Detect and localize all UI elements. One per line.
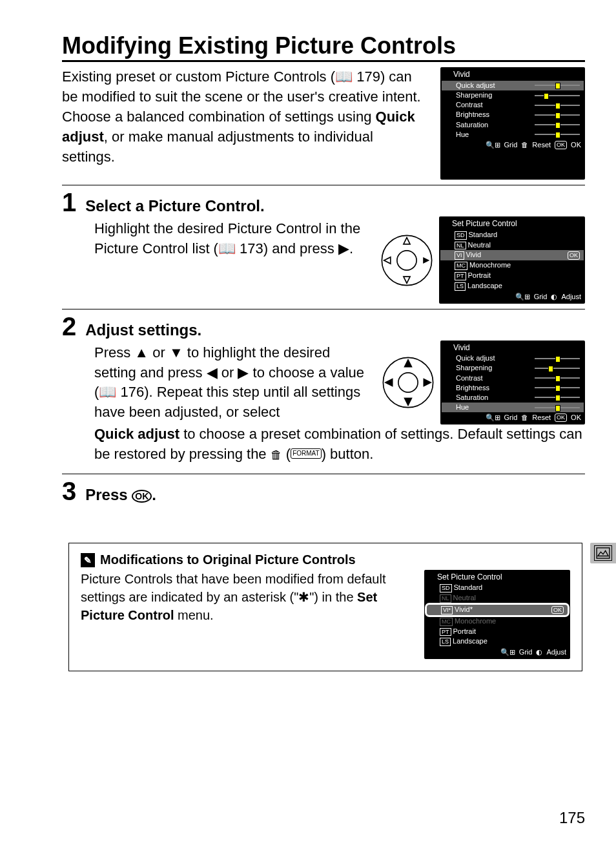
intro-ref: 179 bbox=[356, 68, 380, 85]
lcd-row-quick-adjust: Quick adjust bbox=[442, 81, 584, 90]
lcd-footer: 🔍⊞Grid ◐Adjust bbox=[440, 291, 584, 302]
lcd-foot-ok-icon: OK bbox=[555, 141, 567, 149]
step-number: 2 bbox=[62, 313, 76, 339]
lcd-row-contrast: Contrast bbox=[442, 100, 584, 110]
lcd-title: Vivid bbox=[442, 68, 584, 80]
lcd-row-quick-adjust: Quick adjust bbox=[442, 353, 584, 363]
svg-marker-3 bbox=[404, 277, 410, 283]
svg-point-1 bbox=[397, 250, 416, 269]
lcd-item-landscape: LSLandscape bbox=[440, 281, 584, 291]
lcd-item-vivid: VIVividOK bbox=[440, 250, 584, 260]
step-body-continued: Quick adjust to choose a preset combinat… bbox=[94, 424, 585, 465]
lcd-foot-zoom-icon: 🔍⊞ bbox=[515, 293, 530, 301]
asterisk-icon: ✱ bbox=[298, 590, 309, 604]
lcd-item-vivid-modified: VI*Vivid*OK bbox=[426, 603, 569, 616]
step-1: 1 Select a Picture Control. Highlight th… bbox=[62, 185, 585, 303]
lcd-item-portrait: PTPortrait bbox=[426, 627, 569, 637]
lcd-item-landscape: LSLandscape bbox=[426, 636, 569, 647]
svg-point-7 bbox=[398, 373, 418, 392]
intro-text: Existing preset or custom Picture Contro… bbox=[62, 68, 335, 85]
intro-text: , or make manual adjustments to individu… bbox=[62, 129, 373, 165]
lcd-item-neutral: NLNeutral bbox=[426, 593, 569, 603]
lcd-item-portrait: PTPortrait bbox=[440, 271, 584, 281]
step-body: Highlight the desired Picture Control in… bbox=[94, 219, 369, 259]
svg-marker-10 bbox=[384, 378, 393, 386]
step-number: 1 bbox=[62, 189, 76, 215]
step-number: 3 bbox=[62, 478, 76, 504]
note-pencil-icon: ✎ bbox=[81, 553, 95, 567]
lcd-foot-zoom-icon: 🔍⊞ bbox=[486, 141, 500, 149]
svg-marker-8 bbox=[404, 359, 412, 367]
lcd-item-neutral: NLNeutral bbox=[440, 240, 584, 251]
lcd-item-monochrome: MCMonochrome bbox=[440, 260, 584, 271]
lcd-foot-trash-icon: 🗑 bbox=[521, 414, 528, 422]
page-number: 175 bbox=[559, 809, 585, 827]
book-icon: 📖 bbox=[99, 384, 120, 400]
lcd-foot-ok: OK bbox=[571, 141, 581, 149]
format-icon: FORMAT bbox=[291, 448, 321, 459]
svg-marker-5 bbox=[423, 257, 429, 264]
book-icon: 📖 bbox=[335, 68, 356, 85]
lcd-footer: 🔍⊞Grid 🗑Reset OKOK bbox=[442, 140, 584, 151]
lcd-row-contrast: Contrast bbox=[442, 373, 584, 383]
lcd-foot-reset: Reset bbox=[532, 141, 551, 149]
svg-marker-11 bbox=[424, 378, 432, 386]
step-title: Press OK. bbox=[85, 486, 156, 504]
side-thumb-tab bbox=[590, 543, 616, 563]
intro-paragraph: Existing preset or custom Picture Contro… bbox=[62, 67, 429, 167]
note-body: Picture Controls that have been modified… bbox=[81, 570, 415, 624]
lcd-title: Set Picture Control bbox=[440, 218, 584, 229]
lcd-vivid-top: Vivid Quick adjust Sharpening Contrast B… bbox=[440, 67, 585, 180]
svg-marker-9 bbox=[404, 398, 412, 406]
lcd-row-sharpening: Sharpening bbox=[442, 363, 584, 373]
svg-marker-4 bbox=[384, 257, 391, 264]
lcd-title: Vivid bbox=[442, 342, 584, 353]
lcd-row-saturation: Saturation bbox=[442, 393, 584, 403]
lcd-foot-trash-icon: 🗑 bbox=[521, 141, 528, 149]
lcd-foot-dial-icon: ◐ bbox=[536, 648, 542, 656]
lcd-foot-zoom-icon: 🔍⊞ bbox=[486, 414, 500, 422]
step-title: Adjust settings. bbox=[85, 321, 201, 339]
lcd-item-standard: SDStandard bbox=[426, 583, 569, 593]
lcd-row-brightness: Brightness bbox=[442, 383, 584, 393]
book-icon: 📖 bbox=[218, 240, 240, 257]
lcd-row-hue: Hue bbox=[442, 130, 584, 140]
ok-circle-icon: OK bbox=[132, 490, 152, 503]
trash-icon: 🗑 bbox=[271, 448, 282, 461]
lcd-vivid-adjust: Vivid Quick adjust Sharpening Contrast B… bbox=[440, 341, 585, 425]
lcd-row-hue: Hue bbox=[442, 403, 584, 412]
lcd-footer: 🔍⊞Grid 🗑Reset OKOK bbox=[442, 412, 584, 423]
lcd-foot-dial-icon: ◐ bbox=[551, 293, 557, 301]
lcd-set-picture-control-modified: Set Picture Control SDStandard NLNeutral… bbox=[424, 570, 570, 659]
lcd-foot-grid: Grid bbox=[504, 141, 518, 149]
page-title: Modifying Existing Picture Controls bbox=[62, 32, 585, 62]
dpad-all-icon bbox=[381, 355, 435, 410]
picture-control-icon bbox=[594, 545, 612, 561]
note-title: Modifications to Original Picture Contro… bbox=[100, 552, 356, 567]
lcd-item-monochrome: MCMonochrome bbox=[426, 616, 569, 627]
svg-rect-12 bbox=[597, 548, 610, 558]
lcd-row-sharpening: Sharpening bbox=[442, 90, 584, 100]
lcd-foot-ok-icon: OK bbox=[555, 414, 567, 422]
step-body: Press ▲ or ▼ to highlight the desired se… bbox=[94, 343, 371, 423]
lcd-foot-zoom-icon: 🔍⊞ bbox=[500, 648, 515, 656]
svg-marker-2 bbox=[404, 237, 410, 244]
lcd-footer: 🔍⊞Grid ◐Adjust bbox=[426, 647, 569, 658]
dpad-right-icon bbox=[380, 233, 434, 288]
lcd-item-standard: SDStandard bbox=[440, 230, 584, 240]
lcd-row-saturation: Saturation bbox=[442, 120, 584, 130]
lcd-title: Set Picture Control bbox=[426, 571, 569, 583]
lcd-set-picture-control: Set Picture Control SDStandard NLNeutral… bbox=[439, 216, 585, 303]
step-3: 3 Press OK. bbox=[62, 474, 585, 504]
step-2: 2 Adjust settings. Press ▲ or ▼ to highl… bbox=[62, 309, 585, 465]
step-title: Select a Picture Control. bbox=[85, 197, 264, 215]
lcd-row-brightness: Brightness bbox=[442, 110, 584, 120]
note-box: ✎ Modifications to Original Picture Cont… bbox=[68, 543, 582, 671]
